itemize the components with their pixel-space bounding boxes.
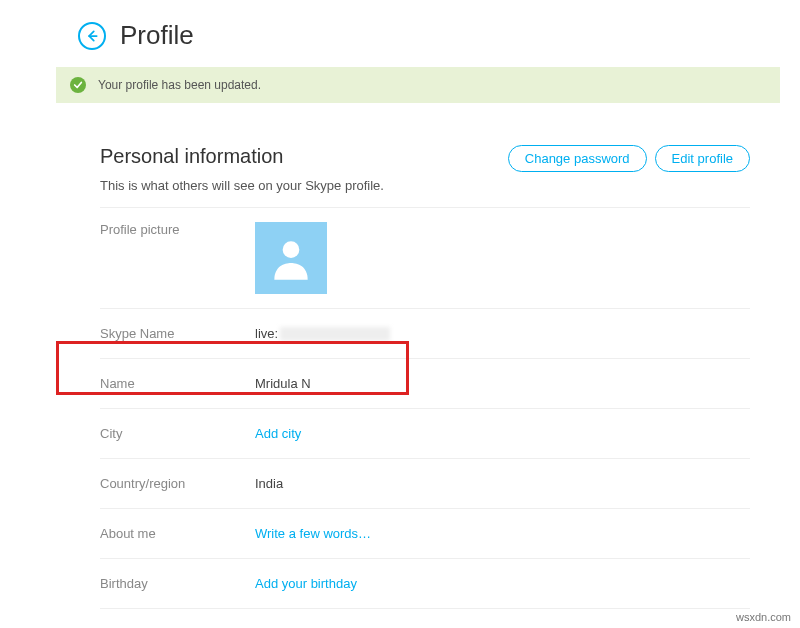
link-add-city[interactable]: Add city [255,426,301,441]
value-country: India [255,476,283,491]
section-subtitle: This is what others will see on your Sky… [100,178,750,193]
back-button[interactable] [78,22,106,50]
arrow-left-icon [85,29,99,43]
label-skype-name: Skype Name [100,326,255,341]
change-password-button[interactable]: Change password [508,145,647,172]
label-birthday: Birthday [100,576,255,591]
label-name: Name [100,376,255,391]
row-gender: Gender Please specify the gender [100,608,750,628]
value-skype-name: live: [255,326,390,341]
banner-message: Your profile has been updated. [98,78,261,92]
avatar[interactable] [255,222,327,294]
section-title: Personal information [100,145,283,168]
link-add-birthday[interactable]: Add your birthday [255,576,357,591]
label-city: City [100,426,255,441]
row-skype-name: Skype Name live: [100,308,750,358]
link-add-about[interactable]: Write a few words… [255,526,371,541]
value-name: Mridula N [255,376,311,391]
svg-point-1 [283,241,300,258]
person-icon [271,236,311,280]
row-profile-picture: Profile picture [100,207,750,308]
row-country: Country/region India [100,458,750,508]
watermark: wsxdn.com [733,610,794,624]
label-profile-picture: Profile picture [100,222,255,237]
row-birthday: Birthday Add your birthday [100,558,750,608]
row-about: About me Write a few words… [100,508,750,558]
edit-profile-button[interactable]: Edit profile [655,145,750,172]
row-city: City Add city [100,408,750,458]
success-banner: Your profile has been updated. [56,67,780,103]
label-about: About me [100,526,255,541]
row-name: Name Mridula N [100,358,750,408]
redacted-block [280,327,390,341]
skype-name-prefix: live: [255,326,278,341]
label-country: Country/region [100,476,255,491]
check-circle-icon [70,77,86,93]
page-title: Profile [120,20,194,51]
